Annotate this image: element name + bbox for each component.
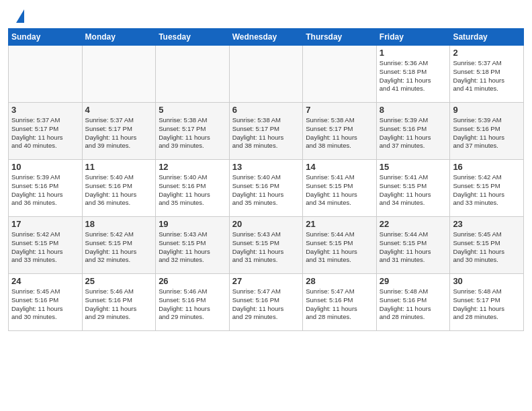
day-cell-2: 2Sunrise: 5:37 AM Sunset: 5:18 PM Daylig…: [450, 46, 524, 103]
day-number: 28: [306, 276, 373, 286]
day-cell-empty-0-1: [82, 46, 156, 103]
day-cell-29: 29Sunrise: 5:48 AM Sunset: 5:16 PM Dayli…: [376, 274, 450, 331]
col-header-saturday: Saturday: [450, 29, 524, 46]
day-info: Sunrise: 5:41 AM Sunset: 5:15 PM Dayligh…: [380, 173, 447, 208]
week-row-5: 24Sunrise: 5:45 AM Sunset: 5:16 PM Dayli…: [9, 274, 524, 331]
day-number: 23: [453, 219, 521, 229]
day-info: Sunrise: 5:38 AM Sunset: 5:17 PM Dayligh…: [159, 116, 226, 150]
day-cell-11: 11Sunrise: 5:40 AM Sunset: 5:16 PM Dayli…: [82, 160, 156, 217]
day-cell-empty-0-2: [156, 46, 230, 103]
day-number: 1: [380, 48, 447, 58]
day-number: 30: [453, 276, 521, 286]
day-cell-23: 23Sunrise: 5:45 AM Sunset: 5:15 PM Dayli…: [450, 217, 524, 274]
day-info: Sunrise: 5:38 AM Sunset: 5:17 PM Dayligh…: [306, 116, 373, 150]
day-number: 19: [159, 219, 226, 229]
day-info: Sunrise: 5:45 AM Sunset: 5:16 PM Dayligh…: [11, 287, 79, 322]
day-info: Sunrise: 5:39 AM Sunset: 5:16 PM Dayligh…: [380, 116, 447, 150]
day-number: 7: [306, 105, 373, 115]
day-cell-9: 9Sunrise: 5:39 AM Sunset: 5:16 PM Daylig…: [450, 103, 524, 160]
col-header-monday: Monday: [82, 29, 156, 46]
day-number: 3: [11, 105, 79, 115]
day-info: Sunrise: 5:46 AM Sunset: 5:16 PM Dayligh…: [159, 287, 226, 322]
calendar-table: SundayMondayTuesdayWednesdayThursdayFrid…: [8, 28, 524, 331]
day-number: 14: [306, 162, 373, 172]
day-info: Sunrise: 5:39 AM Sunset: 5:16 PM Dayligh…: [453, 116, 521, 150]
day-cell-21: 21Sunrise: 5:44 AM Sunset: 5:15 PM Dayli…: [303, 217, 377, 274]
day-number: 27: [232, 276, 300, 286]
day-info: Sunrise: 5:37 AM Sunset: 5:18 PM Dayligh…: [453, 59, 521, 93]
col-header-thursday: Thursday: [303, 29, 377, 46]
day-info: Sunrise: 5:40 AM Sunset: 5:16 PM Dayligh…: [85, 173, 153, 208]
day-info: Sunrise: 5:48 AM Sunset: 5:17 PM Dayligh…: [453, 287, 521, 322]
day-number: 26: [159, 276, 226, 286]
day-info: Sunrise: 5:42 AM Sunset: 5:15 PM Dayligh…: [85, 230, 153, 265]
day-cell-3: 3Sunrise: 5:37 AM Sunset: 5:17 PM Daylig…: [9, 103, 83, 160]
day-info: Sunrise: 5:42 AM Sunset: 5:15 PM Dayligh…: [453, 173, 521, 208]
day-cell-6: 6Sunrise: 5:38 AM Sunset: 5:17 PM Daylig…: [229, 103, 303, 160]
day-cell-24: 24Sunrise: 5:45 AM Sunset: 5:16 PM Dayli…: [9, 274, 83, 331]
day-number: 12: [159, 162, 226, 172]
day-cell-25: 25Sunrise: 5:46 AM Sunset: 5:16 PM Dayli…: [82, 274, 156, 331]
day-number: 29: [380, 276, 447, 286]
day-info: Sunrise: 5:48 AM Sunset: 5:16 PM Dayligh…: [380, 287, 447, 322]
day-number: 21: [306, 219, 373, 229]
day-number: 24: [11, 276, 79, 286]
day-info: Sunrise: 5:37 AM Sunset: 5:17 PM Dayligh…: [11, 116, 79, 150]
col-header-tuesday: Tuesday: [156, 29, 230, 46]
week-row-3: 10Sunrise: 5:39 AM Sunset: 5:16 PM Dayli…: [9, 160, 524, 217]
day-cell-8: 8Sunrise: 5:39 AM Sunset: 5:16 PM Daylig…: [376, 103, 450, 160]
day-cell-5: 5Sunrise: 5:38 AM Sunset: 5:17 PM Daylig…: [156, 103, 230, 160]
day-info: Sunrise: 5:43 AM Sunset: 5:15 PM Dayligh…: [232, 230, 300, 265]
day-cell-7: 7Sunrise: 5:38 AM Sunset: 5:17 PM Daylig…: [303, 103, 377, 160]
day-info: Sunrise: 5:43 AM Sunset: 5:15 PM Dayligh…: [159, 230, 226, 265]
day-cell-empty-0-4: [303, 46, 377, 103]
week-row-2: 3Sunrise: 5:37 AM Sunset: 5:17 PM Daylig…: [9, 103, 524, 160]
day-number: 16: [453, 162, 521, 172]
day-info: Sunrise: 5:47 AM Sunset: 5:16 PM Dayligh…: [306, 287, 373, 322]
day-number: 8: [380, 105, 447, 115]
header: [0, 0, 532, 28]
day-info: Sunrise: 5:36 AM Sunset: 5:18 PM Dayligh…: [380, 59, 447, 93]
day-number: 20: [232, 219, 300, 229]
day-info: Sunrise: 5:41 AM Sunset: 5:15 PM Dayligh…: [306, 173, 373, 208]
day-number: 18: [85, 219, 153, 229]
day-cell-15: 15Sunrise: 5:41 AM Sunset: 5:15 PM Dayli…: [376, 160, 450, 217]
col-header-wednesday: Wednesday: [229, 29, 303, 46]
day-cell-30: 30Sunrise: 5:48 AM Sunset: 5:17 PM Dayli…: [450, 274, 524, 331]
column-header-row: SundayMondayTuesdayWednesdayThursdayFrid…: [9, 29, 524, 46]
logo: [13, 9, 24, 24]
day-info: Sunrise: 5:38 AM Sunset: 5:17 PM Dayligh…: [232, 116, 300, 150]
day-info: Sunrise: 5:40 AM Sunset: 5:16 PM Dayligh…: [159, 173, 226, 208]
day-number: 9: [453, 105, 521, 115]
col-header-friday: Friday: [376, 29, 450, 46]
week-row-4: 17Sunrise: 5:42 AM Sunset: 5:15 PM Dayli…: [9, 217, 524, 274]
day-cell-empty-0-3: [229, 46, 303, 103]
day-number: 5: [159, 105, 226, 115]
day-cell-13: 13Sunrise: 5:40 AM Sunset: 5:16 PM Dayli…: [229, 160, 303, 217]
day-cell-14: 14Sunrise: 5:41 AM Sunset: 5:15 PM Dayli…: [303, 160, 377, 217]
day-info: Sunrise: 5:44 AM Sunset: 5:15 PM Dayligh…: [306, 230, 373, 265]
day-cell-4: 4Sunrise: 5:37 AM Sunset: 5:17 PM Daylig…: [82, 103, 156, 160]
day-info: Sunrise: 5:45 AM Sunset: 5:15 PM Dayligh…: [453, 230, 521, 265]
day-number: 25: [85, 276, 153, 286]
day-cell-1: 1Sunrise: 5:36 AM Sunset: 5:18 PM Daylig…: [376, 46, 450, 103]
day-cell-20: 20Sunrise: 5:43 AM Sunset: 5:15 PM Dayli…: [229, 217, 303, 274]
day-number: 2: [453, 48, 521, 58]
day-info: Sunrise: 5:40 AM Sunset: 5:16 PM Dayligh…: [232, 173, 300, 208]
day-info: Sunrise: 5:42 AM Sunset: 5:15 PM Dayligh…: [11, 230, 79, 265]
day-info: Sunrise: 5:47 AM Sunset: 5:16 PM Dayligh…: [232, 287, 300, 322]
col-header-sunday: Sunday: [9, 29, 83, 46]
day-number: 11: [85, 162, 153, 172]
day-number: 22: [380, 219, 447, 229]
day-info: Sunrise: 5:46 AM Sunset: 5:16 PM Dayligh…: [85, 287, 153, 322]
day-cell-10: 10Sunrise: 5:39 AM Sunset: 5:16 PM Dayli…: [9, 160, 83, 217]
day-cell-17: 17Sunrise: 5:42 AM Sunset: 5:15 PM Dayli…: [9, 217, 83, 274]
day-cell-16: 16Sunrise: 5:42 AM Sunset: 5:15 PM Dayli…: [450, 160, 524, 217]
week-row-1: 1Sunrise: 5:36 AM Sunset: 5:18 PM Daylig…: [9, 46, 524, 103]
day-info: Sunrise: 5:39 AM Sunset: 5:16 PM Dayligh…: [11, 173, 79, 208]
day-cell-empty-0-0: [9, 46, 83, 103]
day-cell-12: 12Sunrise: 5:40 AM Sunset: 5:16 PM Dayli…: [156, 160, 230, 217]
day-number: 10: [11, 162, 79, 172]
day-cell-28: 28Sunrise: 5:47 AM Sunset: 5:16 PM Dayli…: [303, 274, 377, 331]
day-number: 13: [232, 162, 300, 172]
